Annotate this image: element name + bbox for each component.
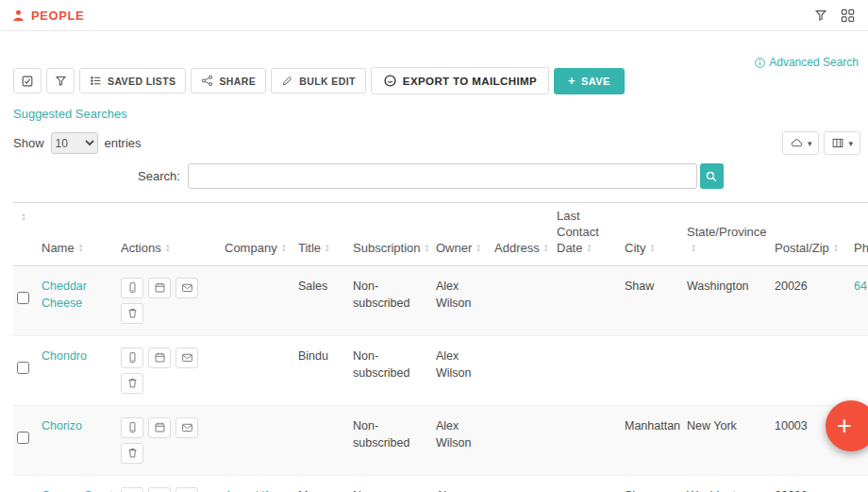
entries-select[interactable]: 10 [51, 132, 98, 154]
mailchimp-icon [383, 74, 397, 88]
calendar-button[interactable] [148, 348, 171, 368]
sort-icon[interactable]: ▲▼ [425, 244, 430, 253]
saved-lists-button[interactable]: SAVED LISTS [79, 68, 186, 93]
column-header-state-province[interactable]: State/Province▲▼ [687, 203, 775, 266]
row-actions [121, 278, 202, 324]
column-header-postal-zip[interactable]: Postal/Zip▲▼ [775, 203, 854, 266]
sort-icon[interactable]: ▲▼ [165, 244, 171, 253]
column-header-owner[interactable]: Owner▲▼ [436, 203, 494, 266]
column-header-actions[interactable]: Actions▲▼ [121, 203, 225, 266]
share-button[interactable]: SHARE [191, 68, 266, 93]
sort-icon[interactable]: ▲▼ [586, 244, 592, 253]
search-icon [705, 170, 718, 183]
sort-icon[interactable]: ▲▼ [543, 244, 549, 253]
entries-row: Show 10 entries ▾ ▾ [13, 131, 868, 155]
postal-cell: 20026 [775, 475, 854, 492]
column-label: City [625, 241, 645, 255]
email-button[interactable] [175, 487, 198, 492]
column-header-last-contact-date[interactable]: Last Contact Date▲▼ [557, 203, 625, 266]
info-icon [754, 57, 766, 69]
calendar-button[interactable] [148, 487, 171, 492]
list-icon [90, 75, 102, 87]
contact-name-link[interactable]: Cheddar Cheese [42, 280, 87, 311]
search-submit-button[interactable] [700, 163, 724, 189]
calendar-button[interactable] [148, 417, 171, 438]
column-label: Actions [121, 241, 161, 255]
column-header-name[interactable]: Name▲▼ [42, 203, 121, 266]
bulk-edit-button[interactable]: BULK EDIT [271, 68, 366, 93]
entries-label: entries [105, 136, 142, 150]
delete-button[interactable] [121, 303, 143, 324]
save-label: SAVE [581, 76, 610, 87]
apps-grid-icon[interactable] [839, 7, 857, 25]
call-button[interactable] [121, 278, 143, 298]
column-label: Address [494, 241, 540, 255]
search-input[interactable] [188, 163, 697, 189]
address-cell [494, 405, 557, 475]
sort-icon[interactable]: ▲▼ [649, 244, 655, 253]
contact-name-link[interactable]: Chorizo [42, 419, 82, 433]
column-header-select[interactable]: ▲▼ [13, 203, 42, 266]
postal-cell: 20026 [775, 265, 854, 335]
filter-button[interactable] [46, 68, 75, 93]
share-label: SHARE [219, 76, 256, 87]
subscription-cell: Non-subscribed [353, 265, 436, 335]
phone-link[interactable]: 64 [854, 280, 867, 293]
table-body: Cheddar Cheese Sales Non-subscribed Alex… [13, 265, 868, 492]
advanced-search-link[interactable]: Advanced Search [754, 56, 859, 69]
entries-control: Show 10 entries [13, 132, 142, 154]
sort-icon[interactable]: ▲▼ [833, 244, 839, 253]
last-contact-cell [557, 405, 625, 475]
contact-name-link[interactable]: Chondro [42, 349, 87, 363]
row-checkbox[interactable] [17, 432, 29, 444]
column-header-city[interactable]: City▲▼ [625, 203, 687, 266]
sort-icon[interactable]: ▲▼ [21, 212, 26, 222]
search-row: Search: [13, 163, 868, 189]
call-button[interactable] [121, 417, 143, 438]
email-button[interactable] [175, 348, 198, 368]
sort-icon[interactable]: ▲▼ [325, 244, 330, 253]
sort-icon[interactable]: ▲▼ [691, 244, 696, 253]
columns-dropdown-button[interactable]: ▾ [824, 131, 860, 155]
column-label: Phone [854, 241, 868, 255]
column-header-title[interactable]: Title▲▼ [298, 203, 353, 266]
call-button[interactable] [121, 348, 143, 368]
title-cell: Manager [298, 475, 353, 492]
email-button[interactable] [175, 417, 198, 438]
save-button[interactable]: + SAVE [554, 68, 625, 94]
title-cell [298, 405, 353, 475]
add-contact-fab[interactable]: + [826, 400, 868, 451]
export-mailchimp-label: EXPORT TO MAILCHIMP [403, 76, 537, 87]
address-cell [494, 265, 557, 335]
sort-icon[interactable]: ▲▼ [78, 244, 84, 253]
select-checkbox-button[interactable] [13, 68, 42, 93]
sort-icon[interactable]: ▲▼ [476, 244, 481, 253]
row-actions [121, 487, 202, 492]
delete-button[interactable] [121, 373, 143, 394]
delete-button[interactable] [121, 443, 143, 464]
column-label: Name [42, 241, 75, 255]
sort-icon[interactable]: ▲▼ [281, 244, 287, 253]
column-header-company[interactable]: Company▲▼ [225, 203, 298, 266]
suggested-searches-link[interactable]: Suggested Searches [13, 107, 127, 121]
columns-icon [831, 137, 844, 149]
column-header-phone[interactable]: Phone▲▼ [854, 203, 868, 266]
export-dropdown-button[interactable]: ▾ [782, 131, 820, 155]
row-checkbox[interactable] [17, 292, 29, 304]
table-row: Cheddar Cheese Sales Non-subscribed Alex… [13, 265, 868, 335]
envelope-icon [181, 281, 193, 294]
calendar-button[interactable] [148, 278, 171, 298]
state-cell: Washington [687, 475, 775, 492]
column-header-subscription[interactable]: Subscription▲▼ [353, 203, 436, 266]
pencil-icon [281, 75, 293, 87]
top-bar: PEOPLE [0, 0, 868, 31]
email-button[interactable] [175, 278, 198, 298]
row-checkbox[interactable] [17, 362, 29, 374]
city-cell: Manhattan [625, 405, 687, 475]
last-contact-cell [557, 265, 625, 335]
filter-icon[interactable] [812, 7, 829, 24]
column-header-address[interactable]: Address▲▼ [494, 203, 557, 266]
subscription-cell: Non-subscribed [353, 335, 436, 405]
export-mailchimp-button[interactable]: EXPORT TO MAILCHIMP [371, 67, 549, 94]
call-button[interactable] [121, 487, 143, 492]
